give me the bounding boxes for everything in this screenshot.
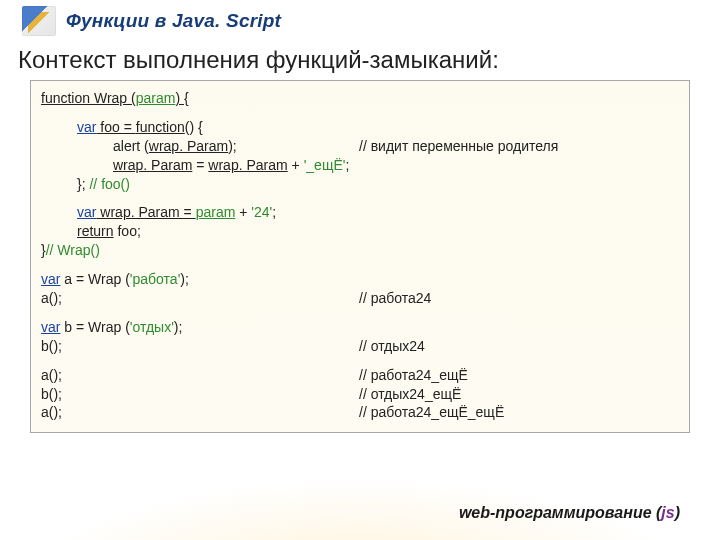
code-line: b(); // отдых24_ещЁ (41, 385, 679, 404)
slide-header: Функции в Java. Script (0, 0, 720, 38)
code-line: a(); // работа24_ещЁ_ещЁ (41, 403, 679, 422)
footer-caption: web-программирование (js) (459, 504, 680, 522)
code-line: function Wrap (param) { (41, 89, 679, 108)
code-line: alert (wrap. Param); // видит переменные… (41, 137, 679, 156)
code-line: var b = Wrap ('отдых'); (41, 318, 679, 337)
code-line: var wrap. Param = param + '24'; (41, 203, 679, 222)
code-line: }// Wrap() (41, 241, 679, 260)
code-line: b(); // отдых24 (41, 337, 679, 356)
code-line: var foo = function() { (41, 118, 679, 137)
footer-text: web-программирование ( (459, 504, 661, 521)
code-line: return foo; (41, 222, 679, 241)
code-line: wrap. Param = wrap. Param + '_ещЁ'; (41, 156, 679, 175)
logo-icon (22, 6, 56, 36)
code-line: a(); // работа24_ещЁ (41, 366, 679, 385)
code-line: var a = Wrap ('работа'); (41, 270, 679, 289)
section-heading: Контекст выполнения функций-замыканий: (0, 38, 720, 80)
code-line: a(); // работа24 (41, 289, 679, 308)
code-line: }; // foo() (41, 175, 679, 194)
footer-lang: js (661, 504, 674, 521)
slide-title: Функции в Java. Script (66, 10, 281, 32)
footer-close: ) (675, 504, 680, 521)
code-example: function Wrap (param) { var foo = functi… (30, 80, 690, 433)
